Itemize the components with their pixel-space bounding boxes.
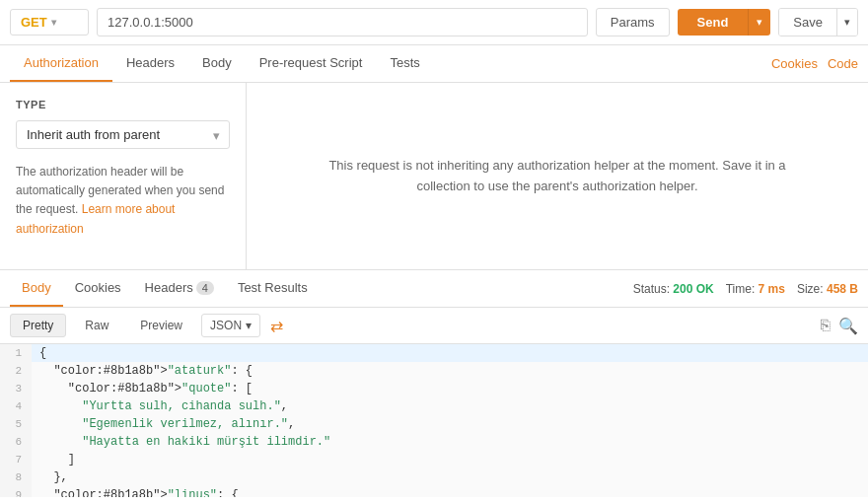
tab-pre-request-script[interactable]: Pre-request Script <box>246 45 377 82</box>
search-icon[interactable]: 🔍 <box>838 317 858 335</box>
tab-tests[interactable]: Tests <box>376 45 433 82</box>
code-link[interactable]: Code <box>828 56 858 71</box>
line-number: 4 <box>0 397 32 415</box>
tab-headers[interactable]: Headers <box>112 45 188 82</box>
tab-body[interactable]: Body <box>188 45 246 82</box>
resp-tab-headers[interactable]: Headers4 <box>133 270 226 307</box>
response-tab-bar: Body Cookies Headers4 Test Results Statu… <box>0 270 868 308</box>
tab-authorization[interactable]: Authorization <box>10 45 112 82</box>
resp-tab-cookies[interactable]: Cookies <box>63 270 133 307</box>
response-size: Size: 458 B <box>797 282 858 296</box>
save-button-group: Save ▾ <box>778 8 858 36</box>
line-content: { <box>32 344 46 362</box>
line-number: 5 <box>0 415 32 433</box>
url-input[interactable] <box>97 8 588 36</box>
send-button-group: Send ▾ <box>678 9 771 36</box>
auth-type-label: TYPE <box>16 99 230 110</box>
line-content: "color:#8b1a8b">"quote": [ <box>32 380 253 397</box>
code-line: 2 "color:#8b1a8b">"ataturk": { <box>0 362 868 380</box>
auth-description: The authorization header will be automat… <box>16 163 230 239</box>
body-toolbar: Pretty Raw Preview JSON ▾ ⇄ ⎘ 🔍 <box>0 308 868 344</box>
code-line: 6 "Hayatta en hakiki mürşit ilimdir." <box>0 433 868 451</box>
auth-left: TYPE Inherit auth from parent No Auth Be… <box>0 83 247 269</box>
auth-type-select[interactable]: Inherit auth from parent No Auth Bearer … <box>16 120 230 149</box>
line-content: "Yurtta sulh, cihanda sulh.", <box>32 397 288 415</box>
auth-helper-message: This request is not inheriting any autho… <box>311 156 804 197</box>
wrap-icon[interactable]: ⇄ <box>270 317 283 335</box>
response-time: Time: 7 ms <box>726 282 785 296</box>
line-number: 9 <box>0 486 32 497</box>
save-dropdown-button[interactable]: ▾ <box>836 9 857 36</box>
view-pretty-button[interactable]: Pretty <box>10 314 66 337</box>
top-bar: GET ▾ Params Send ▾ Save ▾ <box>0 0 868 45</box>
code-line: 4 "Yurtta sulh, cihanda sulh.", <box>0 397 868 415</box>
line-number: 8 <box>0 468 32 486</box>
code-line: 7 ] <box>0 451 868 468</box>
auth-select-wrapper: Inherit auth from parent No Auth Bearer … <box>16 120 230 149</box>
body-icons: ⎘ 🔍 <box>821 317 858 335</box>
resp-tab-test-results[interactable]: Test Results <box>226 270 320 307</box>
line-number: 6 <box>0 433 32 451</box>
headers-badge: 4 <box>196 281 214 295</box>
line-number: 3 <box>0 380 32 397</box>
params-button[interactable]: Params <box>596 8 670 36</box>
method-label: GET <box>21 15 47 30</box>
line-content: "color:#8b1a8b">"linus": { <box>32 486 239 497</box>
response-meta: Status: 200 OK Time: 7 ms Size: 458 B <box>633 282 858 296</box>
copy-icon[interactable]: ⎘ <box>821 317 831 334</box>
auth-panel: TYPE Inherit auth from parent No Auth Be… <box>0 83 868 270</box>
format-select[interactable]: JSON ▾ <box>201 314 260 337</box>
line-number: 1 <box>0 344 32 362</box>
auth-right: This request is not inheriting any autho… <box>247 83 868 269</box>
send-button[interactable]: Send <box>678 9 749 36</box>
view-preview-button[interactable]: Preview <box>127 314 195 337</box>
code-line: 9 "color:#8b1a8b">"linus": { <box>0 486 868 497</box>
request-tab-bar: Authorization Headers Body Pre-request S… <box>0 45 868 83</box>
method-select[interactable]: GET ▾ <box>10 9 89 36</box>
line-content: }, <box>32 468 68 486</box>
send-dropdown-button[interactable]: ▾ <box>748 9 770 36</box>
code-line: 8 }, <box>0 468 868 486</box>
tab-right-links: Cookies Code <box>771 56 858 71</box>
code-area[interactable]: 1{2 "color:#8b1a8b">"ataturk": {3 "color… <box>0 344 868 497</box>
line-number: 7 <box>0 451 32 468</box>
line-content: "Hayatta en hakiki mürşit ilimdir." <box>32 433 330 451</box>
response-status: Status: 200 OK <box>633 282 714 296</box>
code-line: 1{ <box>0 344 868 362</box>
line-content: "Egemenlik verilmez, alınır.", <box>32 415 295 433</box>
view-raw-button[interactable]: Raw <box>72 314 121 337</box>
code-line: 5 "Egemenlik verilmez, alınır.", <box>0 415 868 433</box>
line-content: "color:#8b1a8b">"ataturk": { <box>32 362 253 380</box>
format-chevron-icon: ▾ <box>246 319 252 332</box>
save-button[interactable]: Save <box>779 9 836 36</box>
line-number: 2 <box>0 362 32 380</box>
cookies-link[interactable]: Cookies <box>771 56 818 71</box>
method-chevron: ▾ <box>51 17 56 28</box>
line-content: ] <box>32 451 75 468</box>
code-line: 3 "color:#8b1a8b">"quote": [ <box>0 380 868 397</box>
resp-tab-body[interactable]: Body <box>10 270 63 307</box>
